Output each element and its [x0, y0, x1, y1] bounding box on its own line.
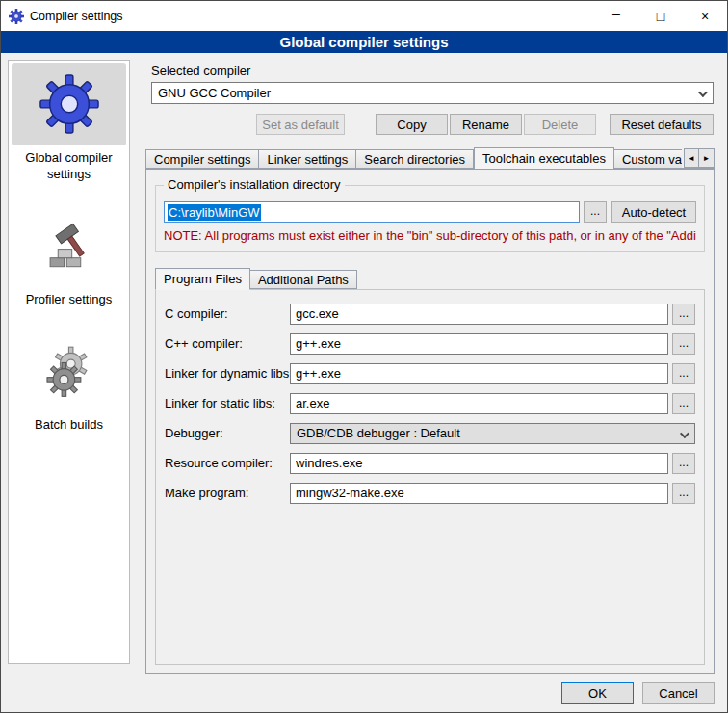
tab-toolchain-executables[interactable]: Toolchain executables [474, 147, 614, 169]
main-content: Selected compiler GNU GCC Compiler Set a… [140, 58, 720, 682]
profiler-tool-icon [12, 204, 126, 287]
installation-directory-label: Compiler's installation directory [164, 177, 345, 192]
selected-compiler-label: Selected compiler [151, 64, 720, 78]
settings-sidebar: Global compiler settings Profiler settin… [8, 60, 130, 664]
sidebar-item-label: Global compiler settings [10, 145, 128, 183]
chevron-down-icon [680, 429, 689, 438]
debugger-select[interactable]: GDB/CDB debugger : Default [290, 423, 695, 444]
sidebar-item-global-compiler-settings[interactable]: Global compiler settings [10, 63, 128, 183]
titlebar: Compiler settings – □ × [1, 1, 727, 31]
installation-directory-group: Compiler's installation directory C:\ray… [155, 185, 705, 252]
static-linker-browse-button[interactable]: ... [672, 393, 695, 414]
c-compiler-label: C compiler: [165, 306, 286, 321]
rename-button[interactable]: Rename [450, 114, 522, 135]
install-dir-input[interactable]: C:\raylib\MinGW [164, 201, 580, 223]
dynamic-linker-browse-button[interactable]: ... [672, 363, 695, 384]
resource-compiler-input[interactable] [290, 453, 668, 474]
minimize-button[interactable]: – [594, 1, 638, 31]
compiler-actions: Set as default Copy Rename Delete Reset … [151, 114, 714, 135]
dynamic-linker-input[interactable] [290, 363, 668, 384]
app-icon [9, 9, 24, 24]
settings-tabbar: Compiler settings Linker settings Search… [145, 146, 715, 169]
program-files-tabbar: Program Files Additional Paths [155, 267, 705, 289]
program-files-panel: C compiler: ... C++ compiler: ... Linker… [155, 289, 705, 665]
reset-defaults-button[interactable]: Reset defaults [610, 114, 714, 135]
chevron-down-icon [698, 88, 708, 97]
make-program-input[interactable] [290, 483, 668, 504]
maximize-button[interactable]: □ [638, 1, 683, 31]
blue-gear-icon [12, 63, 126, 145]
ok-button[interactable]: OK [561, 682, 634, 704]
resource-compiler-browse-button[interactable]: ... [672, 453, 695, 474]
sidebar-item-profiler-settings[interactable]: Profiler settings [10, 204, 128, 308]
gray-gears-icon [12, 330, 126, 412]
sidebar-item-batch-builds[interactable]: Batch builds [10, 330, 128, 434]
tab-scroll-right-icon[interactable]: ► [699, 148, 715, 168]
tab-search-directories[interactable]: Search directories [356, 149, 474, 169]
cancel-button[interactable]: Cancel [642, 682, 715, 704]
set-as-default-button[interactable]: Set as default [256, 114, 345, 135]
debugger-label: Debugger: [165, 426, 286, 440]
sidebar-item-label: Batch builds [29, 412, 109, 434]
copy-button[interactable]: Copy [376, 114, 448, 135]
compiler-select[interactable]: GNU GCC Compiler [151, 82, 714, 104]
static-linker-label: Linker for static libs: [165, 396, 286, 410]
close-button[interactable]: × [683, 1, 727, 31]
cpp-compiler-browse-button[interactable]: ... [672, 333, 695, 355]
tab-scroll-arrows: ◄ ► [682, 148, 715, 168]
debugger-select-value: GDB/CDB debugger : Default [297, 426, 460, 440]
autodetect-button[interactable]: Auto-detect [611, 201, 696, 223]
tab-linker-settings[interactable]: Linker settings [259, 149, 356, 169]
window-controls: – □ × [594, 1, 727, 31]
c-compiler-browse-button[interactable]: ... [672, 304, 695, 325]
tab-scroll-left-icon[interactable]: ◄ [684, 148, 699, 168]
cpp-compiler-label: C++ compiler: [165, 336, 286, 351]
compiler-select-value: GNU GCC Compiler [158, 86, 271, 100]
install-dir-browse-button[interactable]: ... [584, 201, 607, 223]
dynamic-linker-label: Linker for dynamic libs: [165, 366, 286, 381]
install-dir-selected-text: C:\raylib\MinGW [168, 204, 261, 221]
make-program-label: Make program: [165, 486, 286, 500]
cpp-compiler-input[interactable] [290, 333, 668, 355]
delete-button[interactable]: Delete [524, 114, 596, 135]
resource-compiler-label: Resource compiler: [165, 456, 286, 470]
make-program-browse-button[interactable]: ... [672, 483, 695, 504]
tab-additional-paths[interactable]: Additional Paths [250, 270, 357, 289]
dialog-footer: OK Cancel [561, 682, 715, 704]
page-title: Global compiler settings [1, 31, 727, 53]
static-linker-input[interactable] [290, 393, 668, 414]
c-compiler-input[interactable] [290, 304, 668, 325]
toolchain-executables-panel: Compiler's installation directory C:\ray… [145, 169, 715, 674]
sidebar-item-label: Profiler settings [20, 287, 118, 308]
window-title: Compiler settings [30, 10, 123, 23]
tab-program-files[interactable]: Program Files [155, 268, 250, 290]
note-text: NOTE: All programs must exist either in … [164, 228, 696, 243]
tab-compiler-settings[interactable]: Compiler settings [145, 149, 259, 169]
